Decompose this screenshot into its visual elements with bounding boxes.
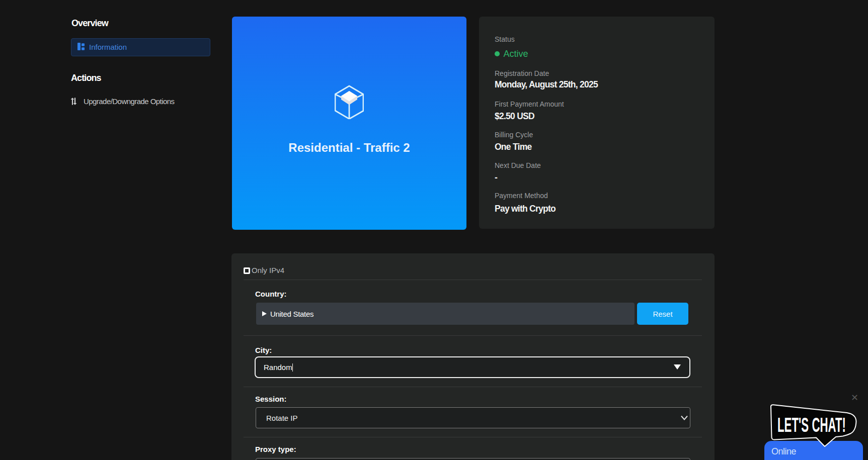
svg-text:LET'S CHAT!: LET'S CHAT! [777, 413, 846, 436]
